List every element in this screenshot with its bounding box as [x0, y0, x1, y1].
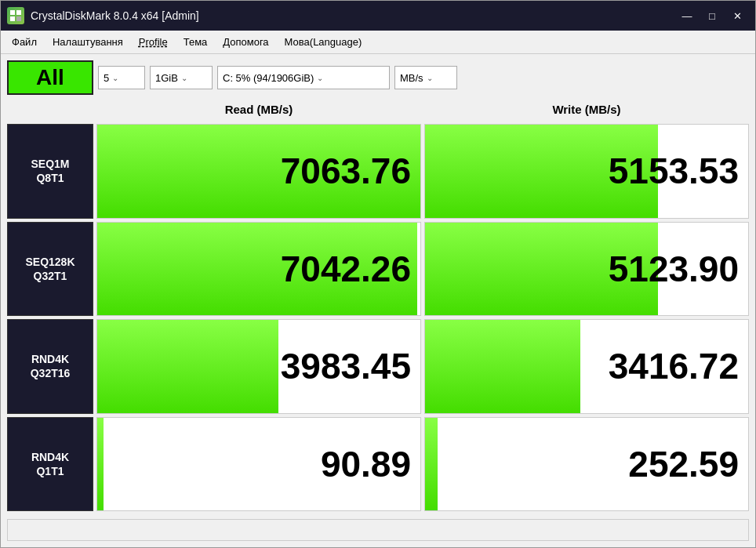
write-value: 5123.90: [424, 222, 749, 317]
bottom-bar: [7, 519, 749, 541]
toolbar: All 5 ⌄ 1GiB ⌄ C: 5% (94/1906GiB) ⌄ MB/s…: [7, 60, 749, 95]
count-chevron: ⌄: [112, 74, 118, 82]
data-rows: SEQ1MQ8T17063.765153.53SEQ128KQ32T17042.…: [7, 124, 749, 511]
menu-item-[interactable]: Допомога: [216, 34, 274, 50]
menu-bar: ФайлНалаштуванняProfileТемаДопомогаМова(…: [1, 31, 755, 54]
unit-chevron: ⌄: [427, 74, 433, 82]
table-row: SEQ128KQ32T17042.265123.90: [7, 222, 749, 317]
drive-chevron: ⌄: [317, 74, 323, 82]
size-dropdown[interactable]: 1GiB ⌄: [150, 66, 213, 89]
write-value: 3416.72: [424, 319, 749, 414]
row-label: SEQ128KQ32T1: [7, 222, 93, 317]
menu-item-[interactable]: Налаштування: [46, 34, 129, 50]
all-button[interactable]: All: [7, 60, 93, 95]
maximize-button[interactable]: □: [700, 5, 724, 26]
row-label: RND4KQ32T16: [7, 319, 93, 414]
read-value: 7042.26: [96, 222, 421, 317]
drive-value: C: 5% (94/1906GiB): [223, 72, 314, 84]
svg-rect-0: [10, 10, 15, 15]
write-number: 5123.90: [609, 248, 739, 290]
menu-item-language[interactable]: Мова(Language): [278, 34, 369, 50]
read-number: 3983.45: [281, 345, 411, 387]
write-number: 252.59: [628, 443, 739, 485]
main-window: CrystalDiskMark 8.0.4 x64 [Admin] — □ ✕ …: [0, 0, 756, 548]
write-number: 5153.53: [609, 150, 739, 192]
count-dropdown[interactable]: 5 ⌄: [98, 66, 145, 89]
drive-dropdown[interactable]: C: 5% (94/1906GiB) ⌄: [217, 66, 390, 89]
menu-item-profile[interactable]: Profile: [133, 34, 174, 50]
count-value: 5: [104, 72, 109, 84]
window-controls: — □ ✕: [675, 5, 749, 26]
svg-rect-1: [16, 10, 21, 15]
main-content: All 5 ⌄ 1GiB ⌄ C: 5% (94/1906GiB) ⌄ MB/s…: [1, 54, 755, 547]
close-button[interactable]: ✕: [725, 5, 749, 26]
unit-value: MB/s: [400, 72, 423, 84]
title-bar: CrystalDiskMark 8.0.4 x64 [Admin] — □ ✕: [1, 1, 755, 31]
app-icon: [7, 7, 24, 24]
write-number: 3416.72: [609, 345, 739, 387]
header-empty: [7, 100, 93, 119]
write-header: Write (MB/s): [424, 100, 749, 119]
read-number: 7063.76: [281, 150, 411, 192]
write-value: 252.59: [424, 417, 749, 512]
menu-item-[interactable]: Тема: [177, 34, 214, 50]
unit-dropdown[interactable]: MB/s ⌄: [394, 66, 457, 89]
read-value: 7063.76: [96, 124, 421, 219]
window-title: CrystalDiskMark 8.0.4 x64 [Admin]: [31, 9, 675, 22]
svg-rect-3: [16, 16, 21, 21]
read-value: 90.89: [96, 417, 421, 512]
menu-item-[interactable]: Файл: [5, 34, 43, 50]
row-label: SEQ1MQ8T1: [7, 124, 93, 219]
minimize-button[interactable]: —: [675, 5, 699, 26]
row-label: RND4KQ1T1: [7, 417, 93, 512]
read-number: 90.89: [321, 443, 411, 485]
table-row: RND4KQ32T163983.453416.72: [7, 319, 749, 414]
read-header: Read (MB/s): [96, 100, 421, 119]
table-row: SEQ1MQ8T17063.765153.53: [7, 124, 749, 219]
write-value: 5153.53: [424, 124, 749, 219]
read-value: 3983.45: [96, 319, 421, 414]
size-chevron: ⌄: [181, 74, 187, 82]
size-value: 1GiB: [155, 72, 178, 84]
column-headers: Read (MB/s) Write (MB/s): [7, 100, 749, 119]
svg-rect-2: [10, 16, 15, 21]
read-number: 7042.26: [281, 248, 411, 290]
table-row: RND4KQ1T190.89252.59: [7, 417, 749, 512]
